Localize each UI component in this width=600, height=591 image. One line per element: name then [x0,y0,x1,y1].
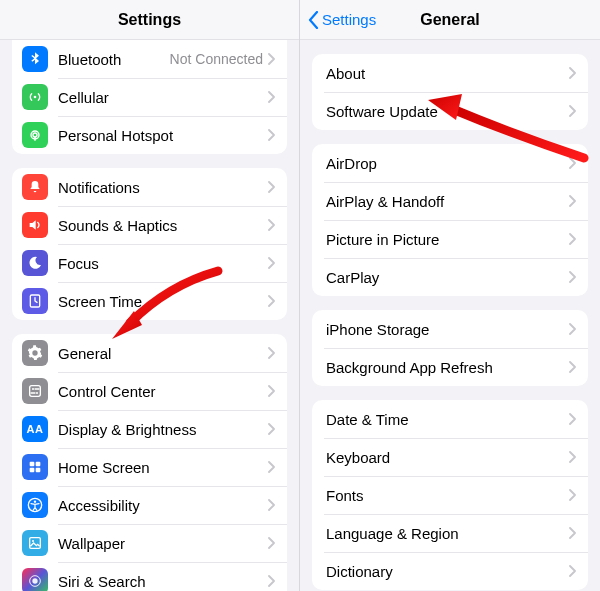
chevron-right-icon [569,489,576,501]
row-language-region[interactable]: Language & Region [312,514,588,552]
row-date-time[interactable]: Date & Time [312,400,588,438]
row-display-brightness[interactable]: AADisplay & Brightness [12,410,287,448]
chevron-right-icon [268,295,275,307]
row-label: AirPlay & Handoff [326,193,569,210]
svg-rect-10 [36,468,41,473]
row-airplay-handoff[interactable]: AirPlay & Handoff [312,182,588,220]
row-about[interactable]: About [312,54,588,92]
row-label: Accessibility [58,497,268,514]
row-picture-in-picture[interactable]: Picture in Picture [312,220,588,258]
row-label: Home Screen [58,459,268,476]
svg-rect-4 [30,386,41,397]
row-label: CarPlay [326,269,569,286]
wallpaper-icon [22,530,48,556]
row-siri-search[interactable]: Siri & Search [12,562,287,591]
settings-panel: Settings BluetoothNot ConnectedCellularP… [0,0,300,591]
svg-point-16 [32,578,37,583]
display-icon: AA [22,416,48,442]
chevron-right-icon [268,347,275,359]
row-label: Focus [58,255,268,272]
row-notifications[interactable]: Notifications [12,168,287,206]
row-iphone-storage[interactable]: iPhone Storage [312,310,588,348]
svg-point-14 [32,540,34,542]
chevron-right-icon [268,423,275,435]
row-label: Language & Region [326,525,569,542]
row-cellular[interactable]: Cellular [12,78,287,116]
homescreen-icon [22,454,48,480]
chevron-right-icon [569,527,576,539]
row-label: Screen Time [58,293,268,310]
row-label: Siri & Search [58,573,268,590]
row-software-update[interactable]: Software Update [312,92,588,130]
row-label: Picture in Picture [326,231,569,248]
row-personal-hotspot[interactable]: Personal Hotspot [12,116,287,154]
general-scroll[interactable]: AboutSoftware UpdateAirDropAirPlay & Han… [300,40,600,591]
chevron-right-icon [569,195,576,207]
hotspot-icon [22,122,48,148]
chevron-right-icon [569,271,576,283]
row-label: Software Update [326,103,569,120]
svg-rect-8 [36,462,41,467]
chevron-right-icon [268,499,275,511]
bluetooth-icon [22,46,48,72]
settings-title: Settings [118,11,181,29]
screentime-icon [22,288,48,314]
row-label: Wallpaper [58,535,268,552]
svg-point-0 [34,96,37,99]
svg-point-6 [36,392,38,394]
settings-group: BluetoothNot ConnectedCellularPersonal H… [12,40,287,154]
back-label: Settings [322,11,376,28]
settings-group: Date & TimeKeyboardFontsLanguage & Regio… [312,400,588,590]
row-label: General [58,345,268,362]
chevron-right-icon [268,91,275,103]
row-screen-time[interactable]: Screen Time [12,282,287,320]
row-background-app-refresh[interactable]: Background App Refresh [312,348,588,386]
chevron-right-icon [268,129,275,141]
row-label: Cellular [58,89,268,106]
row-carplay[interactable]: CarPlay [312,258,588,296]
row-label: Personal Hotspot [58,127,268,144]
general-panel: Settings General AboutSoftware UpdateAir… [300,0,600,591]
row-wallpaper[interactable]: Wallpaper [12,524,287,562]
controlcenter-icon [22,378,48,404]
chevron-right-icon [268,257,275,269]
row-label: Notifications [58,179,268,196]
row-focus[interactable]: Focus [12,244,287,282]
svg-point-12 [34,500,36,502]
settings-scroll[interactable]: BluetoothNot ConnectedCellularPersonal H… [0,40,299,591]
chevron-right-icon [268,461,275,473]
chevron-right-icon [268,219,275,231]
chevron-right-icon [569,565,576,577]
svg-rect-9 [30,468,35,473]
cellular-icon [22,84,48,110]
row-general[interactable]: General [12,334,287,372]
row-label: AirDrop [326,155,569,172]
row-home-screen[interactable]: Home Screen [12,448,287,486]
row-label: Date & Time [326,411,569,428]
chevron-right-icon [569,233,576,245]
row-detail: Not Connected [170,51,263,67]
row-fonts[interactable]: Fonts [312,476,588,514]
row-label: Display & Brightness [58,421,268,438]
row-label: iPhone Storage [326,321,569,338]
settings-group: GeneralControl CenterAADisplay & Brightn… [12,334,287,591]
row-dictionary[interactable]: Dictionary [312,552,588,590]
chevron-right-icon [569,323,576,335]
back-button[interactable]: Settings [308,11,376,29]
row-accessibility[interactable]: Accessibility [12,486,287,524]
row-sounds-haptics[interactable]: Sounds & Haptics [12,206,287,244]
settings-group: NotificationsSounds & HapticsFocusScreen… [12,168,287,320]
general-title: General [420,11,480,29]
row-airdrop[interactable]: AirDrop [312,144,588,182]
row-keyboard[interactable]: Keyboard [312,438,588,476]
general-navbar: Settings General [300,0,600,40]
settings-navbar: Settings [0,0,299,40]
row-label: Bluetooth [58,51,170,68]
chevron-right-icon [569,105,576,117]
chevron-right-icon [569,157,576,169]
svg-rect-13 [30,538,41,549]
chevron-right-icon [569,413,576,425]
row-bluetooth[interactable]: BluetoothNot Connected [12,40,287,78]
row-control-center[interactable]: Control Center [12,372,287,410]
accessibility-icon [22,492,48,518]
